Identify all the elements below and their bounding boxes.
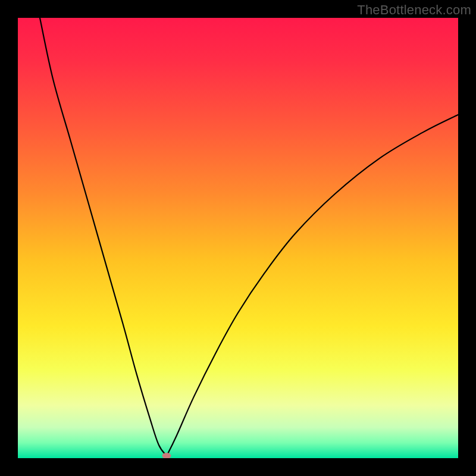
minimum-marker-icon	[162, 453, 171, 458]
data-curve	[18, 18, 458, 458]
plot-area	[18, 18, 458, 458]
chart-frame: TheBottleneck.com	[0, 0, 476, 476]
watermark-text: TheBottleneck.com	[357, 2, 471, 18]
